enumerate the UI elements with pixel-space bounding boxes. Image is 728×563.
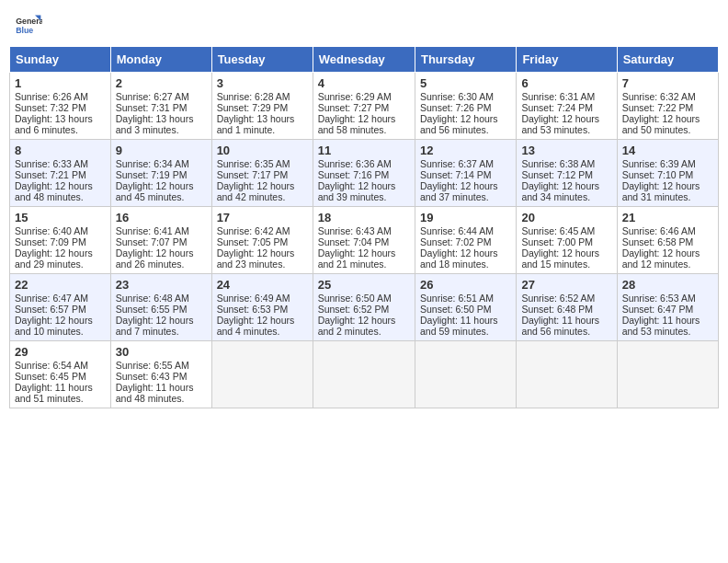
calendar-header-saturday: Saturday xyxy=(617,47,718,73)
day-number: 12 xyxy=(420,144,511,157)
calendar-cell xyxy=(617,341,718,408)
daylight-label: Daylight: 12 hours and 2 minutes. xyxy=(318,315,396,337)
sunset-label: Sunset: 6:43 PM xyxy=(116,371,188,382)
calendar-header-sunday: Sunday xyxy=(10,47,111,73)
daylight-label: Daylight: 12 hours and 12 minutes. xyxy=(622,247,700,270)
logo-icon: General Blue xyxy=(13,9,42,39)
day-number: 1 xyxy=(15,76,106,90)
sunrise-label: Sunrise: 6:42 AM xyxy=(217,225,290,236)
calendar-cell: 10 Sunrise: 6:35 AM Sunset: 7:17 PM Dayl… xyxy=(211,140,313,207)
sunrise-label: Sunrise: 6:47 AM xyxy=(15,293,88,304)
daylight-label: Daylight: 11 hours and 48 minutes. xyxy=(116,382,194,404)
sunrise-label: Sunrise: 6:43 AM xyxy=(318,225,392,236)
calendar-cell: 3 Sunrise: 6:28 AM Sunset: 7:29 PM Dayli… xyxy=(211,73,313,140)
sunset-label: Sunset: 7:21 PM xyxy=(15,169,86,180)
sunset-label: Sunset: 6:58 PM xyxy=(622,236,694,247)
day-number: 11 xyxy=(318,144,410,157)
sunset-label: Sunset: 7:22 PM xyxy=(622,102,694,113)
day-number: 29 xyxy=(15,345,106,359)
daylight-label: Daylight: 11 hours and 53 minutes. xyxy=(622,315,700,337)
sunrise-label: Sunrise: 6:53 AM xyxy=(622,293,696,304)
sunrise-label: Sunrise: 6:31 AM xyxy=(521,91,595,102)
calendar-cell: 26 Sunrise: 6:51 AM Sunset: 6:50 PM Dayl… xyxy=(415,274,516,341)
daylight-label: Daylight: 13 hours and 6 minutes. xyxy=(15,113,93,135)
sunrise-label: Sunrise: 6:39 AM xyxy=(622,158,696,169)
daylight-label: Daylight: 12 hours and 26 minutes. xyxy=(116,247,194,270)
day-number: 28 xyxy=(622,278,713,292)
day-number: 30 xyxy=(116,345,207,359)
calendar-header-thursday: Thursday xyxy=(415,47,516,73)
calendar-cell: 17 Sunrise: 6:42 AM Sunset: 7:05 PM Dayl… xyxy=(211,207,313,274)
calendar-cell: 23 Sunrise: 6:48 AM Sunset: 6:55 PM Dayl… xyxy=(110,274,211,341)
sunset-label: Sunset: 7:16 PM xyxy=(318,169,390,180)
calendar-cell: 24 Sunrise: 6:49 AM Sunset: 6:53 PM Dayl… xyxy=(211,274,313,341)
day-number: 2 xyxy=(116,76,207,90)
daylight-label: Daylight: 12 hours and 56 minutes. xyxy=(420,113,498,135)
day-number: 26 xyxy=(420,278,511,292)
calendar-cell: 25 Sunrise: 6:50 AM Sunset: 6:52 PM Dayl… xyxy=(313,274,415,341)
calendar-cell: 27 Sunrise: 6:52 AM Sunset: 6:48 PM Dayl… xyxy=(517,274,617,341)
sunset-label: Sunset: 7:19 PM xyxy=(116,169,188,180)
sunset-label: Sunset: 6:50 PM xyxy=(420,304,492,315)
sunset-label: Sunset: 6:48 PM xyxy=(521,304,593,315)
sunset-label: Sunset: 7:29 PM xyxy=(217,102,289,113)
svg-text:Blue: Blue xyxy=(16,26,33,35)
calendar-cell: 29 Sunrise: 6:54 AM Sunset: 6:45 PM Dayl… xyxy=(10,341,111,408)
calendar-week-row: 22 Sunrise: 6:47 AM Sunset: 6:57 PM Dayl… xyxy=(10,274,719,341)
calendar-cell: 30 Sunrise: 6:55 AM Sunset: 6:43 PM Dayl… xyxy=(110,341,211,408)
sunrise-label: Sunrise: 6:51 AM xyxy=(420,293,494,304)
sunset-label: Sunset: 7:10 PM xyxy=(622,169,694,180)
calendar-cell xyxy=(517,341,617,408)
sunrise-label: Sunrise: 6:52 AM xyxy=(521,293,595,304)
daylight-label: Daylight: 12 hours and 53 minutes. xyxy=(521,113,599,135)
calendar-week-row: 15 Sunrise: 6:40 AM Sunset: 7:09 PM Dayl… xyxy=(10,207,719,274)
sunrise-label: Sunrise: 6:28 AM xyxy=(217,91,290,102)
day-number: 6 xyxy=(521,76,611,90)
sunrise-label: Sunrise: 6:55 AM xyxy=(116,360,189,371)
day-number: 14 xyxy=(622,144,713,157)
day-number: 10 xyxy=(217,144,308,157)
daylight-label: Daylight: 12 hours and 7 minutes. xyxy=(116,315,194,337)
daylight-label: Daylight: 12 hours and 10 minutes. xyxy=(15,315,93,337)
sunset-label: Sunset: 7:14 PM xyxy=(420,169,492,180)
calendar-cell: 16 Sunrise: 6:41 AM Sunset: 7:07 PM Dayl… xyxy=(110,207,211,274)
calendar-cell: 13 Sunrise: 6:38 AM Sunset: 7:12 PM Dayl… xyxy=(517,140,617,207)
sunset-label: Sunset: 6:57 PM xyxy=(15,304,86,315)
day-number: 17 xyxy=(217,211,308,224)
calendar-cell: 18 Sunrise: 6:43 AM Sunset: 7:04 PM Dayl… xyxy=(313,207,415,274)
sunset-label: Sunset: 6:47 PM xyxy=(622,304,694,315)
logo: General Blue xyxy=(13,9,48,39)
sunrise-label: Sunrise: 6:54 AM xyxy=(15,360,88,371)
sunrise-label: Sunrise: 6:41 AM xyxy=(116,225,189,236)
calendar-cell: 2 Sunrise: 6:27 AM Sunset: 7:31 PM Dayli… xyxy=(110,73,211,140)
calendar-week-row: 29 Sunrise: 6:54 AM Sunset: 6:45 PM Dayl… xyxy=(10,341,719,408)
daylight-label: Daylight: 11 hours and 59 minutes. xyxy=(420,315,498,337)
sunrise-label: Sunrise: 6:27 AM xyxy=(116,91,189,102)
sunset-label: Sunset: 7:26 PM xyxy=(420,102,492,113)
calendar-cell: 7 Sunrise: 6:32 AM Sunset: 7:22 PM Dayli… xyxy=(617,73,718,140)
sunrise-label: Sunrise: 6:46 AM xyxy=(622,225,696,236)
sunset-label: Sunset: 7:05 PM xyxy=(217,236,289,247)
daylight-label: Daylight: 12 hours and 15 minutes. xyxy=(521,247,599,270)
calendar-cell: 15 Sunrise: 6:40 AM Sunset: 7:09 PM Dayl… xyxy=(10,207,111,274)
sunrise-label: Sunrise: 6:50 AM xyxy=(318,293,392,304)
daylight-label: Daylight: 13 hours and 3 minutes. xyxy=(116,113,194,135)
day-number: 3 xyxy=(217,76,308,90)
calendar-cell: 21 Sunrise: 6:46 AM Sunset: 6:58 PM Dayl… xyxy=(617,207,718,274)
day-number: 21 xyxy=(622,211,713,224)
day-number: 5 xyxy=(420,76,511,90)
calendar-cell: 1 Sunrise: 6:26 AM Sunset: 7:32 PM Dayli… xyxy=(10,73,111,140)
daylight-label: Daylight: 12 hours and 50 minutes. xyxy=(622,113,700,135)
calendar-cell: 14 Sunrise: 6:39 AM Sunset: 7:10 PM Dayl… xyxy=(617,140,718,207)
daylight-label: Daylight: 12 hours and 31 minutes. xyxy=(622,180,700,202)
sunrise-label: Sunrise: 6:40 AM xyxy=(15,225,88,236)
day-number: 16 xyxy=(116,211,207,224)
sunset-label: Sunset: 7:04 PM xyxy=(318,236,390,247)
sunset-label: Sunset: 7:00 PM xyxy=(521,236,593,247)
daylight-label: Daylight: 12 hours and 45 minutes. xyxy=(116,180,194,202)
day-number: 8 xyxy=(15,144,106,157)
sunrise-label: Sunrise: 6:37 AM xyxy=(420,158,494,169)
calendar-header-friday: Friday xyxy=(517,47,617,73)
day-number: 18 xyxy=(318,211,410,224)
sunset-label: Sunset: 6:52 PM xyxy=(318,304,390,315)
